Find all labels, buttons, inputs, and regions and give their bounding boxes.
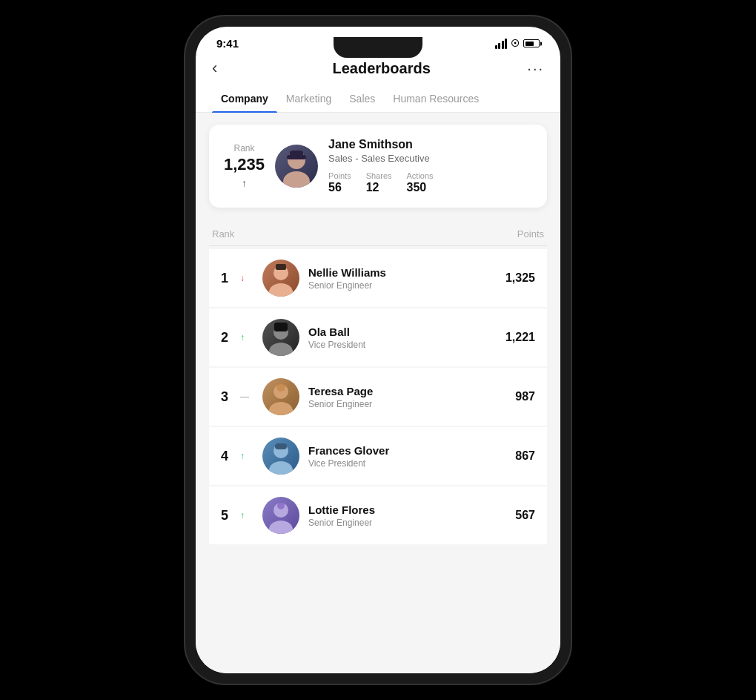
- status-icons: ☉: [495, 38, 540, 49]
- status-time: 9:41: [216, 37, 239, 50]
- svg-point-12: [276, 383, 285, 392]
- content-area: Rank 1,235 ↑ Jane Smithson Sales - Sales…: [196, 113, 560, 673]
- stat-shares-label: Shares: [366, 171, 392, 180]
- my-rank-number: 1,235: [224, 155, 265, 174]
- item-name: Frances Glover: [308, 444, 506, 457]
- my-rank-arrow: ↑: [242, 177, 247, 189]
- svg-rect-3: [287, 155, 306, 159]
- list-divider: [209, 245, 547, 246]
- list-item[interactable]: 4 ↑ Frances Glover Vice President: [209, 427, 547, 485]
- item-name: Nellie Williams: [308, 266, 497, 279]
- item-info: Frances Glover Vice President: [308, 444, 506, 469]
- leaderboard-list: 1 ↓ Nellie Williams Senior Engineer: [209, 249, 547, 544]
- list-item[interactable]: 1 ↓ Nellie Williams Senior Engineer: [209, 249, 547, 307]
- svg-point-17: [269, 521, 293, 534]
- more-button[interactable]: ···: [527, 60, 544, 77]
- trend-icon: ↑: [240, 451, 245, 461]
- my-info: Jane Smithson Sales - Sales Executive Po…: [328, 138, 532, 194]
- list-header-points: Points: [517, 228, 544, 240]
- stat-actions: Actions 350: [407, 171, 434, 194]
- stat-shares-value: 12: [366, 181, 392, 194]
- item-name: Lottie Flores: [308, 503, 506, 516]
- item-points: 1,221: [505, 331, 535, 344]
- rank-section: 1 ↓: [221, 271, 253, 286]
- tab-company[interactable]: Company: [212, 85, 277, 112]
- avatar: [262, 260, 299, 297]
- tab-marketing[interactable]: Marketing: [277, 85, 340, 112]
- rank-section: 4 ↑: [221, 449, 253, 464]
- item-rank: 3: [221, 389, 234, 405]
- item-info: Nellie Williams Senior Engineer: [308, 266, 497, 291]
- svg-point-18: [277, 502, 285, 509]
- tab-hr[interactable]: Human Resources: [384, 85, 488, 112]
- avatar: [262, 319, 299, 356]
- svg-point-11: [269, 402, 293, 415]
- app-header: ‹ Leaderboards ···: [196, 54, 560, 85]
- item-info: Ola Ball Vice President: [308, 326, 497, 350]
- my-name: Jane Smithson: [328, 138, 532, 151]
- item-rank: 5: [221, 508, 234, 524]
- svg-point-1: [283, 171, 310, 188]
- page-title: Leaderboards: [333, 60, 431, 77]
- stat-actions-label: Actions: [407, 171, 434, 180]
- item-points: 987: [515, 390, 535, 403]
- svg-rect-9: [274, 323, 288, 331]
- rank-section: 2 ↑: [221, 330, 253, 346]
- phone-wrapper: 9:41 ☉ ‹ Leaderboards ··· Company: [185, 16, 571, 684]
- item-role: Senior Engineer: [308, 399, 506, 409]
- notch: [334, 37, 422, 58]
- avatar: [262, 438, 299, 475]
- signal-icon: [495, 39, 508, 49]
- back-button[interactable]: ‹: [212, 59, 236, 78]
- item-name: Ola Ball: [308, 326, 497, 338]
- list-header: Rank Points: [209, 224, 547, 245]
- avatar: [262, 378, 299, 415]
- battery-icon: [523, 39, 540, 47]
- avatar: [262, 497, 299, 534]
- item-name: Teresa Page: [308, 385, 506, 397]
- svg-point-8: [269, 343, 293, 356]
- trend-icon: ↑: [240, 332, 245, 343]
- my-avatar: [275, 145, 318, 188]
- my-rank-card: Rank 1,235 ↑ Jane Smithson Sales - Sales…: [209, 125, 547, 208]
- item-info: Teresa Page Senior Engineer: [308, 385, 506, 409]
- list-item[interactable]: 3 — Teresa Page Senior Engineer: [209, 368, 547, 426]
- trend-icon: ↓: [240, 273, 245, 283]
- item-points: 567: [515, 509, 535, 522]
- item-rank: 2: [221, 330, 234, 346]
- item-rank: 1: [221, 271, 234, 286]
- svg-rect-15: [275, 443, 287, 449]
- my-stats: Points 56 Shares 12 Actions 350: [328, 171, 532, 194]
- list-item[interactable]: 5 ↑ Lottie Flores Senior Engineer: [209, 486, 547, 544]
- stat-points-label: Points: [328, 171, 351, 180]
- item-rank: 4: [221, 449, 234, 464]
- rank-section: 3 —: [221, 389, 253, 405]
- trend-icon: ↑: [240, 510, 245, 521]
- my-role: Sales - Sales Executive: [328, 153, 532, 164]
- rank-label: Rank: [234, 143, 255, 153]
- item-role: Senior Engineer: [308, 280, 497, 291]
- my-rank-section: Rank 1,235 ↑: [224, 143, 265, 189]
- trend-icon: —: [240, 392, 249, 402]
- wifi-icon: ☉: [511, 38, 520, 49]
- stat-actions-value: 350: [407, 181, 434, 194]
- item-info: Lottie Flores Senior Engineer: [308, 503, 506, 528]
- list-item[interactable]: 2 ↑ Ola Ball Vice President: [209, 308, 547, 366]
- tab-sales[interactable]: Sales: [340, 85, 384, 112]
- list-header-rank: Rank: [212, 228, 234, 240]
- item-points: 1,325: [505, 271, 535, 285]
- item-points: 867: [515, 449, 535, 463]
- rank-section: 5 ↑: [221, 508, 253, 524]
- item-role: Vice President: [308, 458, 506, 469]
- stat-points: Points 56: [328, 171, 351, 194]
- stat-points-value: 56: [328, 181, 351, 194]
- svg-rect-6: [276, 264, 286, 270]
- item-role: Senior Engineer: [308, 518, 506, 528]
- stat-shares: Shares 12: [366, 171, 392, 194]
- item-role: Vice President: [308, 340, 497, 350]
- svg-point-5: [269, 283, 293, 297]
- phone-screen: 9:41 ☉ ‹ Leaderboards ··· Company: [196, 27, 560, 673]
- tab-bar: Company Marketing Sales Human Resources: [196, 85, 560, 113]
- svg-point-14: [269, 461, 293, 475]
